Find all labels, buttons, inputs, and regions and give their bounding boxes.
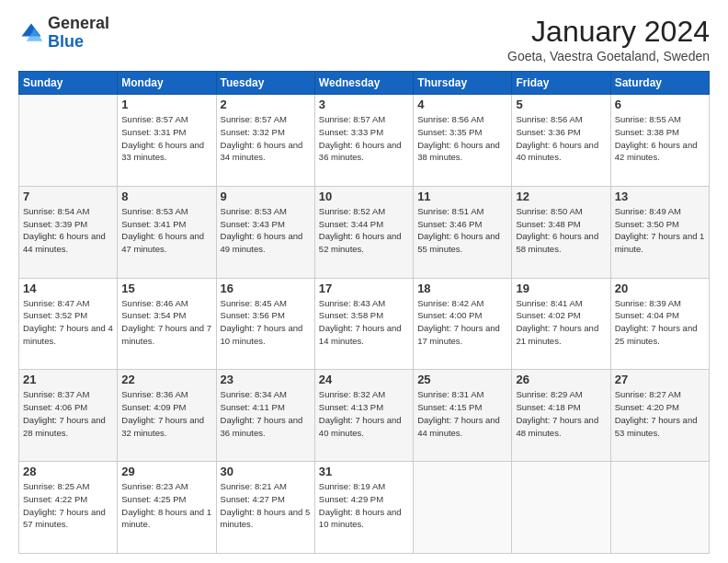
logo: General Blue — [18, 15, 109, 52]
day-cell: 5Sunrise: 8:56 AMSunset: 3:36 PMDaylight… — [512, 95, 610, 187]
day-number: 5 — [516, 98, 606, 111]
day-info: Sunrise: 8:19 AMSunset: 4:29 PMDaylight:… — [319, 480, 409, 531]
day-info: Sunrise: 8:37 AMSunset: 4:06 PMDaylight:… — [23, 388, 113, 439]
day-cell: 27Sunrise: 8:27 AMSunset: 4:20 PMDayligh… — [610, 370, 709, 462]
month-title: January 2024 — [507, 15, 710, 49]
day-cell: 18Sunrise: 8:42 AMSunset: 4:00 PMDayligh… — [414, 278, 512, 370]
day-info: Sunrise: 8:36 AMSunset: 4:09 PMDaylight:… — [121, 388, 211, 439]
day-cell: 23Sunrise: 8:34 AMSunset: 4:11 PMDayligh… — [216, 370, 314, 462]
col-header-monday: Monday — [118, 72, 216, 95]
logo-text: General Blue — [48, 15, 109, 52]
day-info: Sunrise: 8:27 AMSunset: 4:20 PMDaylight:… — [615, 388, 705, 439]
title-block: January 2024 Goeta, Vaestra Goetaland, S… — [507, 15, 710, 63]
day-info: Sunrise: 8:23 AMSunset: 4:25 PMDaylight:… — [121, 480, 211, 531]
day-number: 13 — [615, 190, 705, 203]
day-info: Sunrise: 8:46 AMSunset: 3:54 PMDaylight:… — [121, 297, 211, 348]
day-info: Sunrise: 8:29 AMSunset: 4:18 PMDaylight:… — [516, 388, 606, 439]
day-cell: 12Sunrise: 8:50 AMSunset: 3:48 PMDayligh… — [512, 186, 610, 278]
day-cell: 29Sunrise: 8:23 AMSunset: 4:25 PMDayligh… — [118, 462, 216, 554]
day-number: 14 — [23, 282, 113, 295]
day-number: 19 — [516, 282, 606, 295]
day-number: 1 — [121, 98, 211, 111]
day-number: 4 — [417, 98, 507, 111]
day-cell: 7Sunrise: 8:54 AMSunset: 3:39 PMDaylight… — [19, 186, 118, 278]
day-number: 30 — [221, 465, 311, 478]
day-cell: 19Sunrise: 8:41 AMSunset: 4:02 PMDayligh… — [512, 278, 610, 370]
day-number: 20 — [615, 282, 705, 295]
day-number: 27 — [615, 373, 705, 386]
day-info: Sunrise: 8:57 AMSunset: 3:33 PMDaylight:… — [319, 113, 409, 164]
day-info: Sunrise: 8:25 AMSunset: 4:22 PMDaylight:… — [23, 480, 113, 531]
day-info: Sunrise: 8:41 AMSunset: 4:02 PMDaylight:… — [516, 297, 606, 348]
day-cell: 3Sunrise: 8:57 AMSunset: 3:33 PMDaylight… — [314, 95, 413, 187]
day-number: 2 — [221, 98, 311, 111]
day-cell — [512, 462, 610, 554]
day-cell: 24Sunrise: 8:32 AMSunset: 4:13 PMDayligh… — [314, 370, 413, 462]
day-info: Sunrise: 8:43 AMSunset: 3:58 PMDaylight:… — [319, 297, 409, 348]
day-info: Sunrise: 8:57 AMSunset: 3:32 PMDaylight:… — [221, 113, 311, 164]
day-info: Sunrise: 8:50 AMSunset: 3:48 PMDaylight:… — [516, 205, 606, 256]
day-cell: 30Sunrise: 8:21 AMSunset: 4:27 PMDayligh… — [216, 462, 314, 554]
day-cell — [19, 95, 118, 187]
day-info: Sunrise: 8:57 AMSunset: 3:31 PMDaylight:… — [121, 113, 211, 164]
day-info: Sunrise: 8:52 AMSunset: 3:44 PMDaylight:… — [319, 205, 409, 256]
day-info: Sunrise: 8:55 AMSunset: 3:38 PMDaylight:… — [615, 113, 705, 164]
day-cell: 11Sunrise: 8:51 AMSunset: 3:46 PMDayligh… — [414, 186, 512, 278]
day-info: Sunrise: 8:34 AMSunset: 4:11 PMDaylight:… — [221, 388, 311, 439]
day-cell: 22Sunrise: 8:36 AMSunset: 4:09 PMDayligh… — [118, 370, 216, 462]
day-number: 22 — [121, 373, 211, 386]
week-row-3: 14Sunrise: 8:47 AMSunset: 3:52 PMDayligh… — [19, 278, 710, 370]
day-number: 29 — [121, 465, 211, 478]
col-header-wednesday: Wednesday — [314, 72, 413, 95]
day-cell: 21Sunrise: 8:37 AMSunset: 4:06 PMDayligh… — [19, 370, 118, 462]
day-number: 18 — [417, 282, 507, 295]
day-number: 28 — [23, 465, 113, 478]
day-number: 24 — [319, 373, 409, 386]
logo-general: General — [48, 15, 109, 33]
day-info: Sunrise: 8:54 AMSunset: 3:39 PMDaylight:… — [23, 205, 113, 256]
day-cell: 13Sunrise: 8:49 AMSunset: 3:50 PMDayligh… — [610, 186, 709, 278]
day-cell: 14Sunrise: 8:47 AMSunset: 3:52 PMDayligh… — [19, 278, 118, 370]
day-info: Sunrise: 8:51 AMSunset: 3:46 PMDaylight:… — [417, 205, 507, 256]
logo-blue: Blue — [48, 33, 109, 52]
location: Goeta, Vaestra Goetaland, Sweden — [507, 49, 710, 63]
week-row-1: 1Sunrise: 8:57 AMSunset: 3:31 PMDaylight… — [19, 95, 710, 187]
day-number: 17 — [319, 282, 409, 295]
week-row-4: 21Sunrise: 8:37 AMSunset: 4:06 PMDayligh… — [19, 370, 710, 462]
day-info: Sunrise: 8:53 AMSunset: 3:41 PMDaylight:… — [121, 205, 211, 256]
day-number: 10 — [319, 190, 409, 203]
day-cell: 6Sunrise: 8:55 AMSunset: 3:38 PMDaylight… — [610, 95, 709, 187]
day-cell: 28Sunrise: 8:25 AMSunset: 4:22 PMDayligh… — [19, 462, 118, 554]
day-info: Sunrise: 8:53 AMSunset: 3:43 PMDaylight:… — [221, 205, 311, 256]
day-cell: 10Sunrise: 8:52 AMSunset: 3:44 PMDayligh… — [314, 186, 413, 278]
day-cell: 26Sunrise: 8:29 AMSunset: 4:18 PMDayligh… — [512, 370, 610, 462]
week-row-2: 7Sunrise: 8:54 AMSunset: 3:39 PMDaylight… — [19, 186, 710, 278]
day-number: 25 — [417, 373, 507, 386]
day-cell: 31Sunrise: 8:19 AMSunset: 4:29 PMDayligh… — [314, 462, 413, 554]
day-info: Sunrise: 8:56 AMSunset: 3:36 PMDaylight:… — [516, 113, 606, 164]
day-number: 23 — [221, 373, 311, 386]
day-number: 31 — [319, 465, 409, 478]
day-cell — [414, 462, 512, 554]
day-number: 26 — [516, 373, 606, 386]
day-cell: 16Sunrise: 8:45 AMSunset: 3:56 PMDayligh… — [216, 278, 314, 370]
col-header-sunday: Sunday — [19, 72, 118, 95]
col-header-saturday: Saturday — [610, 72, 709, 95]
day-number: 9 — [221, 190, 311, 203]
day-number: 16 — [221, 282, 311, 295]
col-header-tuesday: Tuesday — [216, 72, 314, 95]
calendar-table: SundayMondayTuesdayWednesdayThursdayFrid… — [18, 71, 710, 554]
day-cell: 9Sunrise: 8:53 AMSunset: 3:43 PMDaylight… — [216, 186, 314, 278]
day-number: 21 — [23, 373, 113, 386]
col-header-friday: Friday — [512, 72, 610, 95]
day-info: Sunrise: 8:31 AMSunset: 4:15 PMDaylight:… — [417, 388, 507, 439]
day-cell — [610, 462, 709, 554]
day-info: Sunrise: 8:42 AMSunset: 4:00 PMDaylight:… — [417, 297, 507, 348]
day-number: 6 — [615, 98, 705, 111]
day-info: Sunrise: 8:56 AMSunset: 3:35 PMDaylight:… — [417, 113, 507, 164]
day-info: Sunrise: 8:32 AMSunset: 4:13 PMDaylight:… — [319, 388, 409, 439]
day-cell: 2Sunrise: 8:57 AMSunset: 3:32 PMDaylight… — [216, 95, 314, 187]
day-info: Sunrise: 8:39 AMSunset: 4:04 PMDaylight:… — [615, 297, 705, 348]
day-cell: 20Sunrise: 8:39 AMSunset: 4:04 PMDayligh… — [610, 278, 709, 370]
day-info: Sunrise: 8:47 AMSunset: 3:52 PMDaylight:… — [23, 297, 113, 348]
